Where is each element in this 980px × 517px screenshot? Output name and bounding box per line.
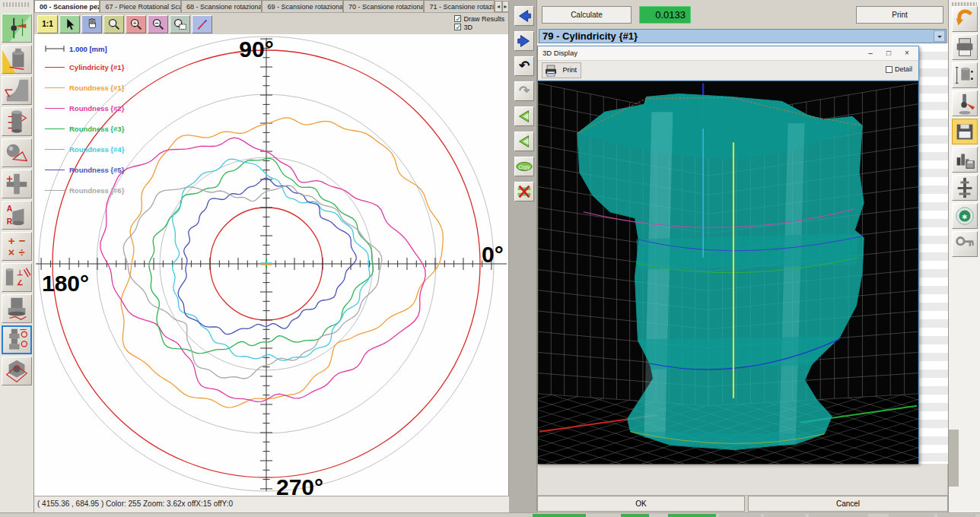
tool-part-setup-icon: [2, 46, 31, 73]
step-back-alt-button[interactable]: [514, 132, 534, 151]
calculate-button[interactable]: Calculate: [542, 6, 632, 24]
legend-line-sample: [45, 149, 65, 150]
taskbar-item[interactable]: [533, 514, 586, 517]
license-key-button[interactable]: [952, 231, 978, 257]
tab-scroll-right-icon[interactable]: ▸: [502, 1, 509, 12]
zoom-in-button[interactable]: +: [126, 15, 146, 33]
tool-cylinder-bottom[interactable]: [2, 294, 32, 323]
tool-nut-measure-icon: [2, 357, 31, 385]
tool-geometric-tolerance[interactable]: ⊥∠: [2, 263, 32, 292]
checkbox-box[interactable]: ✓: [454, 24, 461, 30]
save-icon: [953, 119, 977, 144]
taskbar-strip: [0, 512, 980, 517]
close-icon[interactable]: ×: [899, 48, 915, 59]
zoom-out-icon: −: [148, 16, 167, 33]
zoom-in-icon: +: [126, 16, 145, 33]
zoom-tool-button[interactable]: [103, 15, 124, 33]
part-dimension-button[interactable]: [952, 62, 978, 88]
tool-angle-radius[interactable]: AR: [2, 201, 32, 230]
chevron-down-icon[interactable]: [934, 30, 945, 42]
document-tab[interactable]: 69 - Scansione rotazionale {#3}: [262, 0, 342, 12]
3d-print-button[interactable]: Print: [542, 62, 581, 78]
status-text: ( 4155.36 , 684.95 ) Color: 255 Zoom: 3.…: [37, 500, 233, 508]
legend-entry: Roundness {#2}: [45, 98, 124, 119]
pan-tool-button[interactable]: [81, 15, 102, 33]
3d-dialog-titlebar[interactable]: 3D Display – □ ×: [538, 46, 918, 61]
approve-button[interactable]: ∗: [952, 203, 978, 229]
undo-orange-icon: [953, 7, 977, 31]
tool-geometric-tolerance-icon: ⊥∠: [2, 264, 31, 291]
cursor-tool-button[interactable]: [59, 15, 80, 33]
redo-button[interactable]: ↷: [514, 81, 534, 101]
tool-cross-part[interactable]: [2, 170, 32, 198]
trace-Roundness {#4}: [173, 159, 370, 360]
taskbar-item[interactable]: [764, 514, 806, 517]
tool-profile[interactable]: [2, 76, 32, 105]
document-tab[interactable]: 70 - Scansione rotazionale {#4}: [343, 0, 424, 12]
3d-scene: [538, 81, 918, 465]
tool-part-setup[interactable]: [2, 45, 32, 74]
step-back-alt-icon: [515, 132, 533, 151]
document-tab[interactable]: 00 - Scansione pezzo 1: [34, 0, 100, 12]
zoom-window-button[interactable]: [170, 15, 190, 33]
minimize-icon[interactable]: –: [862, 48, 879, 59]
taskbar-item[interactable]: [621, 514, 649, 517]
3d-viewport[interactable]: [538, 81, 918, 464]
detail-checkbox[interactable]: Detail: [886, 65, 912, 73]
tool-nut-measure[interactable]: [2, 357, 32, 385]
delete-button[interactable]: [514, 182, 534, 201]
cancel-button[interactable]: Cancel: [748, 496, 948, 512]
legend-label: Roundness {#1}: [69, 84, 124, 92]
nav-forward-button[interactable]: [514, 31, 534, 51]
svg-text:×: ×: [8, 246, 14, 258]
save-results-button[interactable]: [952, 147, 978, 173]
print-report-button[interactable]: [952, 34, 978, 60]
option-checkbox[interactable]: ✓3D: [454, 23, 504, 31]
copy-button[interactable]: Copy: [514, 157, 534, 176]
taskbar-item[interactable]: [889, 514, 934, 517]
maximize-icon[interactable]: □: [880, 48, 897, 59]
nav-forward-icon: [515, 32, 533, 50]
taskbar-item[interactable]: [668, 514, 716, 517]
step-back-button[interactable]: [514, 106, 534, 126]
zoom-out-button[interactable]: −: [148, 15, 168, 33]
polar-plot-canvas[interactable]: 90°0°180°270° 1.000 [mm]Cylindricity {#1…: [34, 34, 508, 496]
tool-cylinder-measure[interactable]: [2, 107, 32, 136]
trace-Roundness {#3}: [149, 158, 374, 354]
detail-checkbox-box[interactable]: [886, 66, 892, 73]
checkbox-box[interactable]: ✓: [454, 15, 461, 22]
tab-scroll-left-icon[interactable]: ◂: [495, 1, 501, 12]
taskbar-item[interactable]: [719, 514, 761, 517]
feature-selector[interactable]: 79 - Cylindricity {#1}: [539, 29, 947, 43]
legend-line-sample: [45, 87, 65, 88]
document-tabbar: 00 - Scansione pezzo 167 - Piece Rotatio…: [34, 0, 509, 13]
ok-button[interactable]: OK: [537, 496, 745, 512]
taskbar-item[interactable]: [809, 514, 868, 517]
legend-entry: Roundness {#4}: [45, 139, 124, 160]
tool-math[interactable]: +−×÷: [2, 232, 32, 261]
feature-selector-value: 79 - Cylindricity {#1}: [542, 30, 638, 42]
undo-button[interactable]: ↶: [514, 56, 534, 76]
undo-orange-button[interactable]: [952, 6, 978, 32]
document-tab[interactable]: 67 - Piece Rotational Scan {#1}: [100, 0, 180, 12]
tool-sphere-measure[interactable]: [2, 138, 32, 167]
part-dimension-icon: [953, 63, 977, 87]
scrollbar-thumb[interactable]: [949, 430, 959, 487]
plot-toolbar: ✓Draw Results✓3D 1:1+−: [34, 13, 509, 34]
nav-back-button[interactable]: [514, 6, 534, 26]
checkbox-label: Draw Results: [463, 15, 504, 23]
angle-label: 180°: [42, 271, 89, 296]
tool-roundness[interactable]: [2, 325, 32, 354]
tool-probe-scan[interactable]: [2, 14, 32, 43]
measure-line-icon: [192, 16, 212, 33]
print-button[interactable]: Print: [856, 6, 943, 24]
document-tab[interactable]: 68 - Scansione rotazionale {#2}: [181, 0, 262, 12]
probe-button[interactable]: [952, 90, 978, 116]
option-checkbox[interactable]: ✓Draw Results: [454, 14, 504, 23]
zoom-1to1-button[interactable]: 1:1: [37, 15, 58, 33]
save-button[interactable]: [952, 119, 978, 144]
fixture-button[interactable]: [952, 175, 978, 201]
document-tab[interactable]: 71 - Scansione rotazionale: [424, 0, 495, 12]
taskbar-item[interactable]: [937, 514, 975, 517]
measure-line-button[interactable]: [192, 15, 212, 33]
